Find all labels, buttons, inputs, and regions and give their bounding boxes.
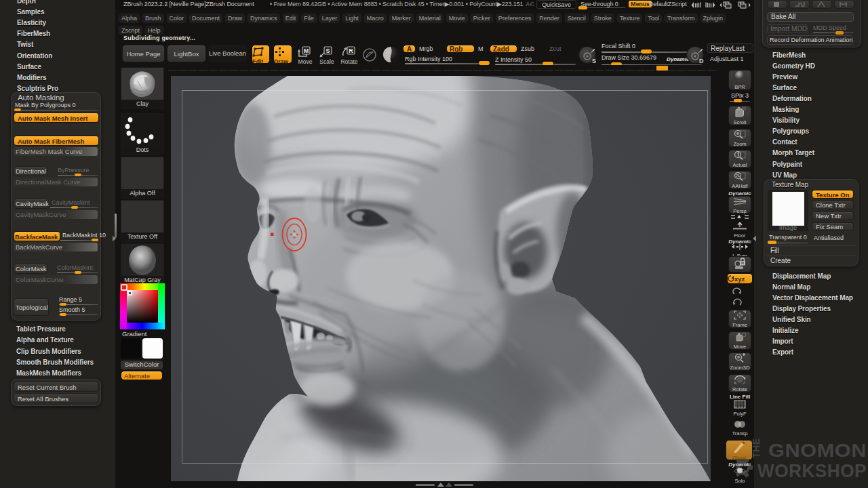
color-picker[interactable]: [120, 283, 165, 329]
menu-alpha[interactable]: Alpha: [119, 14, 140, 23]
aahalf-button[interactable]: AAHalf: [728, 171, 751, 189]
antialiased-toggle[interactable]: Antialiased: [814, 235, 844, 241]
color-mask-button[interactable]: ColorMask: [14, 264, 47, 274]
rgb-button[interactable]: Rgb: [446, 45, 475, 53]
menu-material[interactable]: Material: [416, 14, 443, 23]
menu-light[interactable]: Light: [342, 14, 361, 23]
tool-menu-unified-skin[interactable]: Unified Skin: [772, 316, 811, 323]
quicksave-button[interactable]: QuickSave: [536, 0, 576, 9]
tool-menu-contact[interactable]: Contact: [772, 138, 797, 146]
focal-knob[interactable]: S: [578, 46, 596, 64]
brush-menu-tablet-pressure[interactable]: Tablet Pressure: [16, 325, 66, 333]
dynamic-draw-label[interactable]: Dynamic: [667, 56, 689, 62]
bottom-scroll-arrows-icon[interactable]: [437, 483, 452, 487]
tool-menu-masking[interactable]: Masking: [772, 106, 799, 113]
transparent-slider[interactable]: Transparent 0: [769, 234, 807, 241]
transparent-handle[interactable]: [768, 241, 776, 244]
menu-edit[interactable]: Edit: [283, 14, 299, 23]
auto-mask-fibermesh-button[interactable]: Auto Mask FiberMesh: [14, 136, 99, 146]
menu-stencil[interactable]: Stencil: [565, 14, 589, 23]
adjust-last-button[interactable]: AdjustLast 1: [710, 56, 744, 62]
brush-menu-clip-brush-modifiers[interactable]: Clip Brush Modifiers: [16, 348, 81, 355]
brush-menu-surface[interactable]: Surface: [17, 63, 41, 70]
right-tray-collapse-arrow[interactable]: [753, 236, 756, 241]
menu-movie[interactable]: Movie: [446, 14, 468, 23]
smooth-handle[interactable]: [60, 313, 66, 316]
directional-mask-curve[interactable]: DirectionalMask Curve: [14, 178, 98, 186]
move-button[interactable]: M Move: [297, 46, 313, 64]
backface-mask-button[interactable]: BackfaceMask: [14, 231, 60, 241]
texture-on-button[interactable]: Texture On: [812, 190, 854, 199]
zcut-button[interactable]: Zcut: [549, 45, 561, 52]
divider-strip-orange-tab[interactable]: [656, 66, 668, 70]
menu-preferences[interactable]: Preferences: [496, 14, 534, 23]
menu-stroke[interactable]: Stroke: [591, 14, 614, 23]
move3d-button[interactable]: Move: [728, 331, 751, 350]
tool-menu-fibermesh[interactable]: FiberMesh: [772, 52, 806, 59]
mrgb-button[interactable]: Mrgb: [419, 45, 433, 52]
tool-menu-morph-target[interactable]: Morph Target: [772, 149, 814, 157]
menu-file[interactable]: File: [301, 14, 317, 23]
floor-button[interactable]: Floor: [728, 221, 751, 237]
create-button[interactable]: Create: [766, 256, 856, 265]
replay-last-button[interactable]: ReplayLast: [707, 43, 753, 53]
brush-menu-alpha-and-texture[interactable]: Alpha and Texture: [16, 336, 74, 344]
solo-button[interactable]: Solo: [728, 466, 751, 484]
menu-dynamics[interactable]: Dynamics: [248, 14, 280, 23]
menu-document[interactable]: Document: [189, 14, 222, 23]
lock-camera-button[interactable]: [728, 256, 751, 272]
stroke-thumbnail[interactable]: Dots: [121, 113, 164, 155]
bottom-scrollbar-right[interactable]: [454, 484, 473, 486]
menu-draw[interactable]: Draw: [225, 14, 245, 23]
menu-zscript[interactable]: Zscript: [119, 26, 142, 35]
rotate3d-button[interactable]: Rotate: [728, 374, 751, 392]
by-pressure-slider[interactable]: ByPressure: [58, 167, 90, 174]
color-mask-int-slider[interactable]: ColorMaskInt: [57, 264, 93, 271]
by-pressure-handle[interactable]: [75, 174, 81, 176]
a-toggle-button[interactable]: A: [403, 45, 416, 53]
reset-all-brushes-button[interactable]: Reset All Brushes: [14, 393, 99, 403]
tool-icon-button-3[interactable]: [812, 0, 832, 9]
home-page-button[interactable]: Home Page: [122, 45, 165, 62]
lsym-button[interactable]: L.Sym: [728, 241, 751, 256]
secondary-color-swatch[interactable]: [142, 338, 163, 359]
see-through-handle[interactable]: [578, 6, 587, 9]
zsub-button[interactable]: Zsub: [521, 45, 534, 52]
auto-mask-mesh-insert-button[interactable]: Auto Mask Mesh Insert: [14, 113, 99, 123]
brush-menu-elasticity[interactable]: Elasticity: [17, 19, 46, 26]
spix-handle[interactable]: [734, 99, 742, 102]
bottom-scrollbar-left[interactable]: [416, 484, 435, 486]
tool-menu-uv-map[interactable]: UV Map: [772, 171, 797, 179]
fix-seam-button[interactable]: Fix Seam: [812, 222, 854, 231]
tool-menu-deformation[interactable]: Deformation: [772, 95, 812, 102]
smooth-slider[interactable]: Smooth 5: [59, 306, 85, 313]
spix-slider-label[interactable]: SPix 3: [727, 92, 753, 99]
record-deformation-button[interactable]: Record Deformation Animation: [767, 35, 853, 45]
menu-tool[interactable]: Tool: [645, 14, 662, 23]
tool-menu-surface[interactable]: Surface: [772, 84, 797, 92]
tool-menu-display-properties[interactable]: Display Properties: [772, 305, 831, 312]
tool-menu-displacement-map[interactable]: Displacement Map: [772, 272, 831, 280]
mdd-speed-track[interactable]: [813, 33, 854, 33]
tool-menu-vector-displacement-map[interactable]: Vector Displacement Map: [772, 294, 853, 302]
back-mask-int-handle[interactable]: [92, 239, 98, 241]
actual-button[interactable]: Actual: [728, 150, 751, 168]
material-sphere-icon[interactable]: [382, 46, 399, 63]
ghost-button[interactable]: Ghost: [726, 440, 753, 460]
bake-all-button[interactable]: Bake All: [767, 12, 854, 22]
tool-menu-polygroups[interactable]: Polygroups: [772, 127, 809, 135]
alpha-thumbnail[interactable]: Alpha Off: [121, 157, 164, 199]
menu-macro[interactable]: Macro: [364, 14, 387, 23]
tool-icon-button-1[interactable]: [767, 0, 787, 9]
reset-current-brush-button[interactable]: Reset Current Brush: [14, 382, 99, 392]
live-boolean-button[interactable]: Live Boolean: [208, 45, 247, 62]
undo-history-icon[interactable]: [691, 1, 715, 9]
main-color-swatch[interactable]: [121, 338, 141, 359]
rotate-button[interactable]: R Rotate: [340, 46, 358, 64]
alternate-button[interactable]: Alternate: [121, 371, 163, 380]
texture-image-well[interactable]: Image: [768, 190, 808, 231]
material-thumbnail[interactable]: MatCap Gray: [121, 243, 164, 285]
tool-icon-button-2[interactable]: [789, 0, 810, 9]
switch-color-button[interactable]: SwitchColor: [121, 361, 163, 369]
auto-masking-title[interactable]: Auto Masking: [18, 94, 64, 102]
